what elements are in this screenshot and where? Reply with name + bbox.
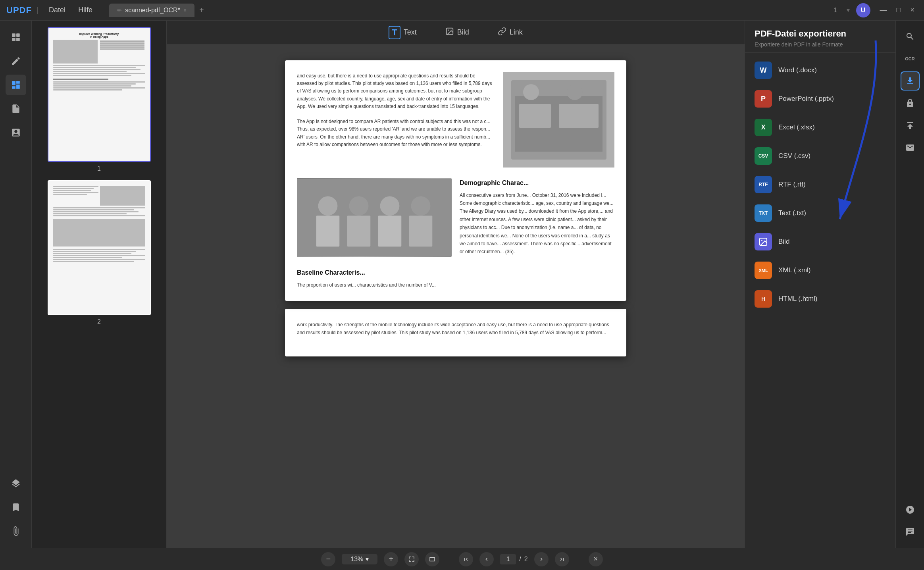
right-save-icon[interactable] <box>901 500 920 519</box>
excel-icon: X <box>755 119 772 136</box>
export-format-list: W Word (.docx) P PowerPoint (.pptx) X Ex… <box>745 53 895 548</box>
right-ocr-icon[interactable]: OCR <box>901 49 920 68</box>
rtf-label: RTF (.rtf) <box>778 181 806 189</box>
export-excel[interactable]: X Excel (.xlsx) <box>745 113 895 142</box>
word-label: Word (.docx) <box>778 66 817 74</box>
tab-close-button[interactable]: × <box>183 7 187 13</box>
section-title-baseline: Baseline Characteris... <box>297 268 614 278</box>
pdf-page-2: work productivity. The strengths of the … <box>285 309 626 356</box>
menu-datei[interactable]: Datei <box>43 4 71 17</box>
html-icon: H <box>755 290 772 308</box>
page-end-button[interactable] <box>555 552 569 566</box>
right-comment-icon[interactable] <box>901 522 920 541</box>
export-bild[interactable]: Bild <box>745 227 895 256</box>
page-count-chevron: ▾ <box>847 6 850 14</box>
svg-rect-10 <box>559 104 599 128</box>
export-word[interactable]: W Word (.docx) <box>745 56 895 85</box>
page-count-display: 1 <box>830 5 840 15</box>
zoom-dropdown-icon[interactable]: ▾ <box>366 555 369 563</box>
pdf-intro-text: and easy use, but there is a need to use… <box>297 72 495 168</box>
maximize-button[interactable]: □ <box>893 5 904 15</box>
zoom-out-button[interactable]: − <box>321 552 335 566</box>
svg-rect-18 <box>316 216 340 246</box>
pdf-content-area[interactable]: T Text Bild Link and easy us <box>167 21 745 548</box>
titlebar: UPDF | Datei Hilfe ✏ scanned-pdf_OCR* × … <box>0 0 924 21</box>
svg-rect-21 <box>409 216 433 246</box>
sidebar-item-organize[interactable] <box>6 98 26 119</box>
export-panel: PDF-Datei exportieren Exportiere dein PD… <box>745 21 895 548</box>
export-panel-header: PDF-Datei exportieren Exportiere dein PD… <box>745 21 895 53</box>
export-xml[interactable]: XML XML (.xml) <box>745 256 895 285</box>
sidebar-item-layers[interactable] <box>6 473 26 494</box>
minimize-button[interactable]: — <box>877 5 890 15</box>
csv-icon: CSV <box>755 147 772 165</box>
thumbnail-page-1[interactable]: Improve Working Productivityin Using App… <box>38 27 160 172</box>
page-navigation: / 2 <box>500 554 527 564</box>
tab-bar: ✏ scanned-pdf_OCR* × + <box>109 4 826 17</box>
pdf-page-1: and easy use, but there is a need to use… <box>285 60 626 301</box>
svg-rect-3 <box>16 38 20 41</box>
svg-point-16 <box>380 196 400 216</box>
window-controls: — □ × <box>877 5 918 15</box>
page-prev-button[interactable] <box>479 552 494 566</box>
tab-label: scanned-pdf_OCR* <box>125 7 180 14</box>
page-number-input[interactable] <box>500 554 516 564</box>
export-html[interactable]: H HTML (.html) <box>745 285 895 313</box>
page-start-button[interactable] <box>459 552 473 566</box>
sidebar-item-annotate[interactable] <box>6 51 26 71</box>
svg-rect-2 <box>12 38 15 41</box>
svg-rect-19 <box>347 216 371 246</box>
sidebar-item-edit[interactable] <box>6 75 26 95</box>
menu-hilfe[interactable]: Hilfe <box>73 4 98 17</box>
text-tool-button[interactable]: T Text <box>382 23 423 42</box>
export-panel-title: PDF-Datei exportieren <box>755 29 886 39</box>
export-panel-subtitle: Exportiere dein PDF in alle Formate <box>755 41 886 48</box>
svg-point-14 <box>318 196 338 216</box>
link-tool-button[interactable]: Link <box>491 24 529 41</box>
bild-tool-label: Bild <box>457 28 469 37</box>
export-ppt[interactable]: P PowerPoint (.pptx) <box>745 85 895 113</box>
page-next-button[interactable] <box>534 552 549 566</box>
export-csv[interactable]: CSV CSV (.csv) <box>745 142 895 170</box>
txt-label: Text (.txt) <box>778 209 806 217</box>
close-bottom-button[interactable]: × <box>589 552 603 566</box>
ppt-icon: P <box>755 90 772 108</box>
svg-rect-9 <box>519 104 551 128</box>
right-share-icon[interactable] <box>901 116 920 135</box>
text-tool-label: Text <box>404 28 417 37</box>
svg-point-17 <box>411 196 431 216</box>
bild-tool-button[interactable]: Bild <box>439 24 475 41</box>
svg-point-5 <box>448 29 449 31</box>
zoom-in-button[interactable]: + <box>384 552 398 566</box>
tab-add-button[interactable]: + <box>196 4 207 16</box>
html-label: HTML (.html) <box>778 295 818 303</box>
svg-rect-1 <box>16 33 20 37</box>
svg-point-11 <box>523 84 539 100</box>
thumbnail-panel: Improve Working Productivityin Using App… <box>32 21 167 548</box>
rtf-icon: RTF <box>755 176 772 193</box>
sidebar-item-thumbnails[interactable] <box>6 27 26 48</box>
right-email-icon[interactable] <box>901 138 920 157</box>
svg-point-15 <box>349 196 369 216</box>
fit-page-button[interactable] <box>404 552 419 566</box>
sidebar-item-attachment[interactable] <box>6 521 26 541</box>
ppt-label: PowerPoint (.pptx) <box>778 95 834 103</box>
sidebar-item-bookmark[interactable] <box>6 497 26 518</box>
link-tool-icon <box>498 27 506 38</box>
app-logo: UPDF <box>6 5 32 15</box>
right-protect-icon[interactable] <box>901 94 920 113</box>
thumbnail-label-1: 1 <box>97 165 101 172</box>
sidebar-item-extract[interactable] <box>6 122 26 143</box>
right-search-icon[interactable] <box>901 27 920 46</box>
titlebar-right: 1 ▾ U — □ × <box>830 3 918 17</box>
fit-width-button[interactable] <box>425 552 439 566</box>
thumbnail-page-2[interactable]: 2 <box>38 180 160 325</box>
right-export-icon[interactable] <box>901 71 920 91</box>
tab-current[interactable]: ✏ scanned-pdf_OCR* × <box>109 4 194 17</box>
export-rtf[interactable]: RTF RTF (.rtf) <box>745 170 895 199</box>
user-avatar[interactable]: U <box>856 3 870 17</box>
svg-point-12 <box>567 84 583 100</box>
close-button[interactable]: × <box>907 5 918 15</box>
pdf-toolbar: T Text Bild Link <box>167 21 745 44</box>
export-txt[interactable]: TXT Text (.txt) <box>745 199 895 227</box>
